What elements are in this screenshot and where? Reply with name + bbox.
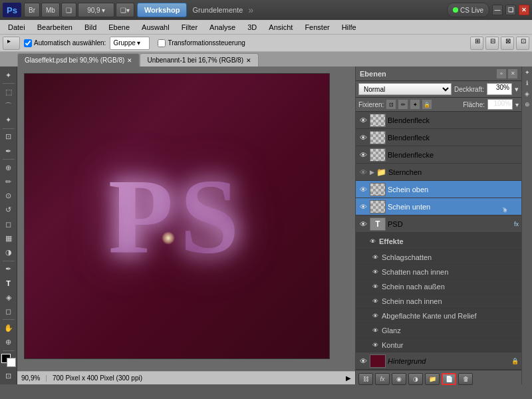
transform-checkbox[interactable] [158, 39, 166, 47]
layer-schein-innen[interactable]: 👁 Schein nach innen [356, 294, 521, 309]
group-arrow-sternchen[interactable]: ▶ [370, 169, 374, 176]
opacity-value[interactable]: 30% [487, 83, 512, 95]
new-layer-btn[interactable]: 📄 [442, 373, 456, 385]
menu-analyse[interactable]: Analyse [204, 22, 241, 33]
new-group-btn[interactable]: 📁 [425, 373, 440, 385]
screen-mode-btn[interactable]: ❑▾ [116, 3, 134, 17]
layer-vis-schein-oben[interactable]: 👁 [358, 185, 368, 194]
layer-vis-abgeflachte[interactable]: 👁 [370, 311, 380, 321]
minimize-btn[interactable]: — [492, 5, 503, 15]
pen-tool[interactable]: ✒ [1, 263, 16, 276]
fix-btn-2[interactable]: ✏ [398, 100, 408, 109]
menu-auswahl[interactable]: Auswahl [136, 22, 175, 33]
maximize-btn[interactable]: ❑ [505, 5, 516, 15]
layer-vis-blendenfleck2[interactable]: 👁 [358, 133, 368, 142]
align-btn-2[interactable]: ⊟ [485, 37, 499, 50]
blend-mode-select[interactable]: Normal [358, 83, 452, 95]
layer-vis-schein-aussen[interactable]: 👁 [370, 282, 380, 291]
layer-schatten-innen[interactable]: 👁 Schatten nach innen [356, 265, 521, 279]
mini-bridge-btn[interactable]: Mb [41, 3, 60, 17]
add-mask-btn[interactable]: ◉ [392, 373, 406, 385]
hand-tool[interactable]: ✋ [1, 321, 16, 334]
auto-select-checkbox[interactable] [24, 39, 32, 47]
crop-tool[interactable]: ⊡ [1, 130, 16, 144]
zoom-tool[interactable]: ⊕ [1, 336, 16, 349]
tool-select-btn[interactable]: ▸ [3, 37, 20, 50]
menu-ansicht[interactable]: Ansicht [263, 22, 298, 33]
menu-3d[interactable]: 3D [242, 22, 262, 33]
auto-select-dropdown[interactable]: Gruppe ▾ [110, 37, 150, 50]
layer-vis-hintergrund[interactable]: 👁 [358, 356, 368, 366]
menu-hilfe[interactable]: Hilfe [336, 22, 362, 33]
right-tool-1[interactable]: ✦ [523, 68, 532, 77]
menu-ebene[interactable]: Ebene [103, 22, 135, 33]
menu-fenster[interactable]: Fenster [299, 22, 334, 33]
close-btn[interactable]: ✕ [519, 5, 529, 15]
layer-abgeflachte[interactable]: 👁 Abgeflachte Kante und Relief [356, 309, 521, 323]
zoom-dropdown[interactable]: 90,9 ▾ [78, 3, 114, 17]
layer-vis-schein-unten[interactable]: 👁 [358, 202, 368, 211]
layer-vis-glanz[interactable]: 👁 [370, 326, 380, 335]
layer-schlagschatten[interactable]: 👁 Schlagschatten [356, 250, 521, 265]
panel-menu-btn[interactable]: » [497, 69, 506, 78]
tab-glaseffekt-close[interactable]: ✕ [127, 57, 132, 64]
delete-layer-btn[interactable]: 🗑 [458, 373, 473, 385]
nav-arrow[interactable]: ▶ [346, 374, 351, 382]
fix-btn-3[interactable]: ✦ [410, 100, 420, 109]
layer-glanz[interactable]: 👁 Glanz [356, 323, 521, 338]
align-btn-1[interactable]: ⊞ [470, 37, 483, 50]
quick-mask-btn[interactable]: ⊡ [1, 369, 16, 382]
menu-bild[interactable]: Bild [79, 22, 102, 33]
fill-value[interactable]: 100% [487, 99, 513, 110]
magic-wand-tool[interactable]: ✦ [1, 114, 16, 127]
menu-bearbeiten[interactable]: Bearbeiten [32, 22, 78, 33]
eyedropper-tool[interactable]: ✒ [1, 144, 16, 158]
layer-kontur[interactable]: 👁 Kontur [356, 338, 521, 352]
layer-vis-sternchen[interactable]: 👁 [358, 168, 368, 177]
align-btn-4[interactable]: ⊡ [516, 37, 529, 50]
layer-blendenfleck1[interactable]: 👁 Blendenfleck [356, 112, 521, 129]
path-select-tool[interactable]: ◈ [1, 291, 16, 304]
background-color[interactable] [7, 358, 16, 367]
canvas-image[interactable]: PS [24, 73, 330, 359]
move-tool[interactable]: ✦ [1, 68, 16, 82]
layer-blendenflecke[interactable]: 👁 Blendenflecke [356, 146, 521, 164]
dodge-tool[interactable]: ◑ [1, 245, 16, 259]
fix-btn-1[interactable]: ⊡ [386, 100, 396, 109]
panel-close-btn[interactable]: ✕ [508, 69, 517, 78]
menu-datei[interactable]: Datei [3, 22, 31, 33]
gradient-tool[interactable]: ▦ [1, 231, 16, 245]
opacity-arrow[interactable]: ▾ [515, 85, 519, 94]
layer-vis-blendenfleck1[interactable]: 👁 [358, 116, 368, 125]
fill-arrow[interactable]: ▾ [515, 101, 519, 108]
layer-blendenfleck2[interactable]: 👁 Blendenfleck [356, 129, 521, 146]
cslive-btn[interactable]: CS Live [447, 3, 489, 17]
marquee-tool[interactable]: ⬚ [1, 85, 16, 98]
layer-schein-oben[interactable]: 👁 Schein oben [356, 181, 521, 198]
layer-vis-kontur[interactable]: 👁 [370, 340, 380, 350]
layer-sternchen[interactable]: 👁 ▶ 📁 Sternchen [356, 164, 521, 181]
tab-unbenannt[interactable]: Unbenannt-1 bei 16,7% (RGB/8) ✕ [140, 53, 259, 66]
layer-effekte[interactable]: 👁 Effekte [356, 233, 521, 250]
tab-unbenannt-close[interactable]: ✕ [246, 57, 251, 64]
layer-vis-blendenflecke[interactable]: 👁 [358, 150, 368, 160]
workspace-more-btn[interactable]: » [248, 5, 253, 15]
layer-vis-effekte[interactable]: 👁 [368, 237, 377, 246]
stamp-tool[interactable]: ⊙ [1, 190, 16, 203]
align-btn-3[interactable]: ⊠ [501, 37, 514, 50]
tab-glaseffekt[interactable]: Glaseffekt.psd bei 90,9% (RGB/8) ✕ [17, 53, 140, 66]
layer-hintergrund[interactable]: 👁 Hintergrund 🔒 [356, 352, 521, 370]
layer-schein-aussen[interactable]: 👁 Schein nach außen [356, 279, 521, 294]
fix-btn-4[interactable]: 🔒 [422, 100, 432, 109]
adjustment-btn[interactable]: ◑ [408, 373, 423, 385]
type-tool[interactable]: T [1, 277, 16, 290]
heal-tool[interactable]: ⊕ [1, 161, 16, 174]
link-layers-btn[interactable]: ⛓ [358, 373, 373, 385]
layer-schein-unten[interactable]: 👁 Schein unten 🖱 [356, 198, 521, 215]
add-fx-btn[interactable]: fx [375, 373, 390, 385]
layer-vis-schlagschatten[interactable]: 👁 [370, 253, 380, 262]
menu-filter[interactable]: Filter [176, 22, 203, 33]
workshop-btn[interactable]: Workshop [137, 3, 188, 17]
history-tool[interactable]: ↺ [1, 203, 16, 217]
fg-bg-colors[interactable] [1, 354, 16, 367]
